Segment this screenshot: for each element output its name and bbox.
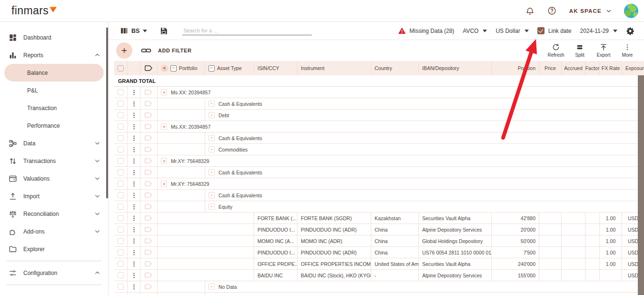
asset-expand-icon[interactable]: +: [208, 112, 215, 118]
row-checkbox[interactable]: [118, 135, 124, 141]
header-tag-column[interactable]: [140, 61, 158, 75]
help-icon[interactable]: [547, 6, 557, 16]
sidebar-item-reconciliation[interactable]: Reconciliation: [0, 205, 108, 223]
row-menu-icon[interactable]: ⋮: [131, 169, 137, 175]
collapse-column-icon[interactable]: −: [208, 65, 215, 71]
tag-icon[interactable]: [145, 135, 153, 141]
row-checkbox[interactable]: [118, 272, 124, 278]
row-checkbox[interactable]: [118, 101, 124, 107]
row-menu-icon[interactable]: ⋮: [131, 238, 137, 244]
row-checkbox[interactable]: [118, 249, 124, 255]
row-checkbox[interactable]: [118, 203, 124, 210]
sidebar-subitem-pl[interactable]: P&L: [4, 81, 104, 99]
vertical-scrollbar[interactable]: [638, 75, 644, 295]
header-select-all[interactable]: [114, 61, 128, 75]
column-header-iban-depository[interactable]: IBAN/Depository: [419, 61, 492, 75]
sidebar-item-valuations[interactable]: Valuations: [0, 170, 108, 187]
row-checkbox[interactable]: [118, 146, 124, 153]
chevron-up-icon[interactable]: [94, 52, 100, 58]
row-checkbox[interactable]: [118, 169, 124, 175]
sidebar-subitem-performance[interactable]: Performance: [4, 117, 104, 134]
row-menu-icon[interactable]: ⋮: [131, 226, 137, 233]
row-menu-icon[interactable]: ⋮: [131, 158, 137, 164]
add-button[interactable]: [116, 42, 132, 59]
portfolio-expand-icon[interactable]: [161, 89, 167, 95]
save-button[interactable]: [159, 27, 168, 35]
row-checkbox[interactable]: [118, 261, 124, 267]
row-menu-icon[interactable]: ⋮: [131, 135, 137, 141]
settings-gear-button[interactable]: [626, 27, 634, 35]
row-checkbox[interactable]: [118, 284, 124, 290]
tag-icon[interactable]: [145, 238, 153, 244]
space-selector[interactable]: AK SPACE: [569, 8, 612, 14]
tag-icon[interactable]: [145, 215, 153, 221]
chevron-down-icon[interactable]: [94, 175, 100, 182]
column-header-portfolio[interactable]: <−Portfolio: [158, 61, 205, 75]
column-header-price[interactable]: Price: [539, 61, 562, 75]
tag-icon[interactable]: [145, 272, 153, 278]
column-header-asset-type[interactable]: −Asset Type: [205, 61, 254, 75]
tag-icon[interactable]: [145, 146, 153, 153]
split-button[interactable]: Split: [570, 43, 590, 58]
tag-icon[interactable]: [145, 89, 153, 95]
bell-icon[interactable]: [525, 6, 535, 16]
row-menu-icon[interactable]: ⋮: [131, 112, 137, 118]
sidebar-subitem-transaction[interactable]: Transaction: [4, 99, 104, 117]
tag-icon[interactable]: [145, 181, 153, 187]
row-menu-icon[interactable]: ⋮: [131, 272, 137, 278]
tag-icon[interactable]: [145, 101, 153, 107]
link-date-checkbox[interactable]: [537, 27, 545, 34]
sidebar-item-reports[interactable]: Reports: [0, 46, 108, 64]
asset-expand-icon[interactable]: +: [208, 284, 215, 290]
chevron-up-icon[interactable]: [94, 270, 100, 276]
row-checkbox[interactable]: [118, 192, 124, 198]
more-button[interactable]: More: [617, 43, 637, 58]
row-checkbox[interactable]: [118, 158, 124, 164]
tag-icon[interactable]: [145, 123, 153, 130]
link-date-toggle[interactable]: Link date: [537, 27, 572, 34]
row-checkbox[interactable]: [118, 215, 124, 221]
report-date-dropdown[interactable]: 2024-11-29: [580, 28, 618, 34]
asset-expand-icon[interactable]: +: [208, 203, 215, 210]
pricing-method-dropdown[interactable]: AVCO: [463, 28, 487, 34]
sidebar-item-addons[interactable]: Add-ons: [0, 223, 108, 240]
tag-icon[interactable]: [145, 112, 153, 118]
sidebar-item-configuration[interactable]: Configuration: [0, 264, 108, 282]
row-menu-icon[interactable]: ⋮: [131, 89, 137, 95]
chevron-down-icon[interactable]: [94, 211, 100, 217]
row-menu-icon[interactable]: ⋮: [131, 123, 137, 130]
row-checkbox[interactable]: [118, 123, 124, 130]
tag-icon[interactable]: [145, 226, 153, 233]
tag-icon[interactable]: [145, 284, 153, 290]
sidebar-item-data[interactable]: Data: [0, 134, 108, 152]
tag-icon[interactable]: [145, 203, 153, 210]
row-menu-icon[interactable]: ⋮: [131, 101, 137, 107]
collapse-column-icon[interactable]: −: [170, 65, 177, 71]
row-checkbox[interactable]: [118, 226, 124, 233]
sidebar-subitem-balance[interactable]: Balance: [4, 64, 104, 81]
tag-icon[interactable]: [145, 158, 153, 164]
collapse-group-icon[interactable]: <: [161, 65, 168, 72]
row-checkbox[interactable]: [118, 238, 124, 244]
portfolio-expand-icon[interactable]: [161, 158, 167, 164]
row-menu-icon[interactable]: ⋮: [131, 192, 137, 198]
chevron-down-icon[interactable]: [94, 228, 100, 234]
select-all-checkbox[interactable]: [118, 65, 124, 71]
search-input[interactable]: [182, 26, 312, 35]
row-menu-icon[interactable]: ⋮: [131, 181, 137, 187]
add-filter-button[interactable]: ADD FILTER: [158, 48, 192, 53]
tag-icon[interactable]: [145, 169, 153, 175]
row-checkbox[interactable]: [118, 89, 124, 95]
row-checkbox[interactable]: [118, 112, 124, 118]
sidebar-item-explorer[interactable]: Explorer: [0, 240, 108, 258]
chevron-down-icon[interactable]: [94, 158, 100, 164]
column-header-fx-rate[interactable]: FX Rate: [600, 61, 622, 75]
row-menu-icon[interactable]: ⋮: [131, 215, 137, 221]
portfolio-expand-icon[interactable]: [161, 181, 167, 187]
asset-expand-icon[interactable]: +: [208, 135, 215, 141]
chevron-down-icon[interactable]: [94, 140, 100, 146]
refresh-button[interactable]: Refresh: [546, 43, 566, 58]
column-header-instrument[interactable]: Instrument: [297, 61, 371, 75]
missing-data-button[interactable]: Missing Data (28): [398, 27, 454, 35]
sidebar-scrollbar[interactable]: [106, 28, 108, 198]
